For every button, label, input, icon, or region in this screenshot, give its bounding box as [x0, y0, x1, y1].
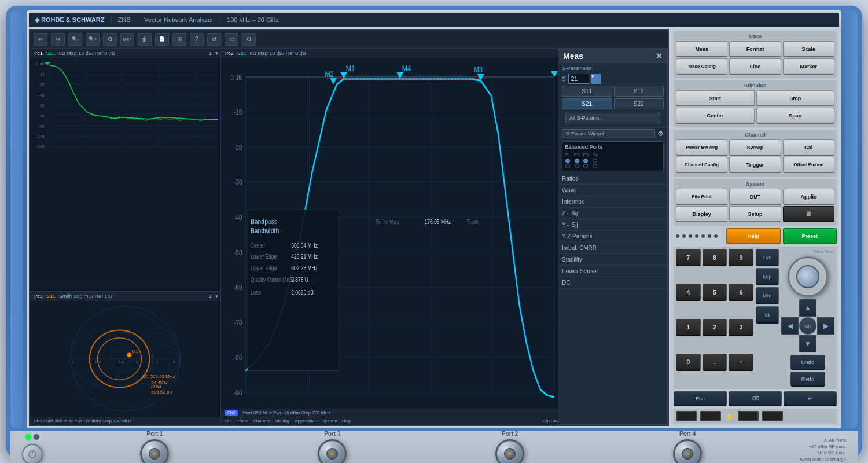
- s11-btn[interactable]: S11: [562, 86, 612, 97]
- esc-btn[interactable]: Esc: [674, 391, 727, 406]
- all-sparams-btn[interactable]: All S-Params: [565, 113, 660, 123]
- key-dot[interactable]: .: [703, 354, 727, 371]
- zoom-out-btn[interactable]: 🔍-: [68, 33, 82, 46]
- s-value-input[interactable]: [568, 74, 589, 84]
- span-btn[interactable]: Span: [756, 108, 835, 124]
- redo-btn[interactable]: ↪: [51, 33, 65, 46]
- preset-btn[interactable]: Preset: [783, 228, 837, 244]
- power-sensor-btn[interactable]: Power Sensor: [558, 266, 667, 277]
- s12-btn[interactable]: S12: [614, 86, 664, 97]
- bp-p2-radio2[interactable]: [575, 164, 579, 168]
- zoom-in-btn[interactable]: 🔍+: [86, 33, 100, 46]
- windows-btn[interactable]: ⊞: [172, 33, 186, 46]
- channel-config-btn[interactable]: Channel Config: [676, 157, 727, 173]
- menu-help[interactable]: Help: [342, 418, 351, 424]
- center-btn[interactable]: Center: [676, 108, 755, 124]
- meas-close-btn[interactable]: ✕: [656, 52, 663, 61]
- usb-port-4[interactable]: [762, 411, 783, 421]
- enter-btn[interactable]: ↵: [784, 391, 837, 406]
- unit-gn[interactable]: G/n: [756, 249, 779, 266]
- format-btn[interactable]: Format: [729, 41, 781, 57]
- key-8[interactable]: 8: [703, 249, 727, 266]
- s22-btn[interactable]: S22: [614, 98, 664, 109]
- imbal-cmrr-btn[interactable]: Imbal. CMRR: [558, 242, 667, 254]
- start-btn[interactable]: Start: [676, 90, 755, 106]
- rotary-knob[interactable]: [788, 256, 828, 297]
- nav-ok-btn[interactable]: OK: [799, 317, 816, 335]
- meas-hw-btn[interactable]: Meas: [676, 41, 727, 57]
- delete-btn[interactable]: 🗑: [138, 33, 152, 46]
- backspace-btn[interactable]: ⌫: [729, 391, 782, 406]
- menu-application[interactable]: Application: [295, 418, 317, 424]
- nav-up-btn[interactable]: ▲: [799, 299, 816, 317]
- yz-params-btn[interactable]: Y-Z Params: [558, 231, 667, 242]
- marker-btn[interactable]: Marker: [783, 58, 834, 75]
- intermod-btn[interactable]: Intermod: [558, 196, 667, 208]
- trigger-btn[interactable]: Trigger: [729, 157, 781, 173]
- redo-nav-btn[interactable]: Redo: [790, 372, 825, 387]
- bp-p3-radio1[interactable]: [583, 159, 588, 163]
- menu-file[interactable]: File: [225, 418, 232, 424]
- unit-km[interactable]: k/m: [756, 287, 779, 304]
- bp-p4-radio2[interactable]: [593, 164, 597, 168]
- applic-btn[interactable]: Applic: [783, 189, 834, 205]
- config-btn[interactable]: ⚙: [242, 33, 256, 46]
- nav-left-btn[interactable]: ◀: [781, 317, 799, 335]
- sweep-btn[interactable]: Sweep: [729, 139, 781, 156]
- bp-p1-radio2[interactable]: [565, 164, 570, 168]
- help-hw-btn[interactable]: Help: [726, 228, 780, 244]
- y-sij-btn[interactable]: Y←Sij: [558, 219, 667, 231]
- key-5[interactable]: 5: [703, 284, 727, 301]
- usb-port-1[interactable]: [676, 411, 697, 421]
- stability-btn[interactable]: Stability: [558, 254, 667, 266]
- key-4[interactable]: 4: [676, 284, 701, 301]
- menu-display[interactable]: Display: [275, 418, 290, 424]
- undo-nav-btn[interactable]: Undo: [790, 355, 825, 370]
- key-minus[interactable]: −: [729, 354, 753, 371]
- key-3[interactable]: 3: [729, 319, 753, 336]
- menu-channel[interactable]: Channel: [253, 418, 270, 424]
- line-btn[interactable]: Line: [729, 58, 781, 75]
- spwiz-icon[interactable]: ⚙: [657, 130, 664, 138]
- dc-btn[interactable]: DC: [558, 277, 667, 289]
- ratios-btn[interactable]: Ratios: [558, 173, 667, 185]
- power-button[interactable]: [22, 444, 43, 463]
- key-2[interactable]: 2: [703, 319, 727, 336]
- z-sij-btn[interactable]: Z←Sij: [558, 208, 667, 219]
- unit-x1[interactable]: x1: [756, 306, 779, 324]
- refresh-btn[interactable]: ↺: [207, 33, 221, 46]
- undo-btn[interactable]: ↩: [34, 33, 47, 46]
- cal-btn[interactable]: Cal: [783, 139, 834, 156]
- file-print-btn[interactable]: File Print: [676, 189, 727, 205]
- trace-config-btn[interactable]: Trace Config: [676, 58, 727, 75]
- unit-mu[interactable]: M/μ: [756, 268, 779, 285]
- usb-port-3[interactable]: [738, 411, 759, 421]
- setup-btn[interactable]: Setup: [729, 206, 781, 222]
- shape-btn[interactable]: ▭: [225, 33, 238, 46]
- s21-btn[interactable]: S21: [562, 98, 612, 109]
- menu-trace[interactable]: Trace: [237, 418, 248, 424]
- nav-down-btn[interactable]: ▼: [799, 335, 816, 352]
- key-7[interactable]: 7: [676, 249, 701, 266]
- power-bw-btn[interactable]: Power Bw Avg: [676, 139, 727, 156]
- key-0[interactable]: 0: [676, 354, 701, 371]
- key-9[interactable]: 9: [729, 249, 753, 266]
- menu-system[interactable]: System: [322, 418, 337, 424]
- dut-btn[interactable]: DUT: [729, 189, 781, 205]
- wave-btn[interactable]: Wave: [558, 185, 667, 196]
- usb-port-2[interactable]: [700, 411, 721, 421]
- s-dropdown[interactable]: ▾: [591, 74, 601, 84]
- bp-p1-radio1[interactable]: [565, 159, 570, 163]
- bp-p4-radio1[interactable]: [593, 159, 597, 163]
- monitor-btn[interactable]: 🖥: [783, 206, 834, 222]
- stop-btn[interactable]: Stop: [756, 90, 835, 106]
- nav-right-btn[interactable]: ▶: [817, 317, 834, 335]
- scale-btn[interactable]: Scale: [783, 41, 834, 57]
- print-btn[interactable]: 📄: [155, 33, 169, 46]
- marker-add-btn[interactable]: Mk+: [120, 33, 134, 46]
- spwiz-btn[interactable]: S-Param Wizard...: [562, 129, 655, 138]
- display-btn[interactable]: Display: [676, 206, 727, 222]
- bp-p2-radio1[interactable]: [575, 159, 579, 163]
- key-1[interactable]: 1: [676, 319, 701, 336]
- settings-btn[interactable]: ⚙: [103, 33, 117, 46]
